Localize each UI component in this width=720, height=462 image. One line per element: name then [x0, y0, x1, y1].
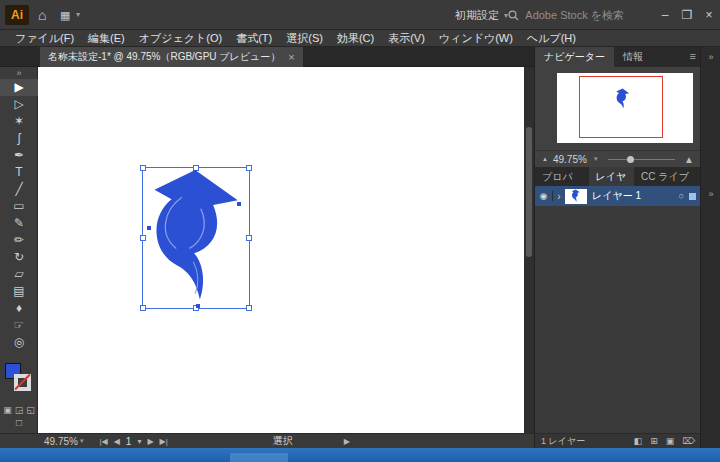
titlebar: Ai ⌂ ▦ ▾ 初期設定 ▾ Adobe Stock を検索 – ❐ × — [0, 0, 720, 30]
workspace-switcher[interactable]: 初期設定 ▾ — [455, 0, 508, 30]
document-statusbar: 49.75% ▾ |◀ ◀ 1 ▾ ▶ ▶| 選択 ▶ — [0, 433, 534, 448]
arrange-documents-icon[interactable]: ▦ — [60, 0, 70, 30]
tab-layers[interactable]: レイヤー — [589, 167, 634, 186]
prev-artboard-icon[interactable]: ◀ — [114, 437, 120, 446]
next-artboard-icon[interactable]: ▶ — [147, 437, 153, 446]
gradient-tool[interactable]: ▤ — [0, 283, 38, 300]
anchor-point[interactable] — [193, 170, 197, 174]
document-tabbar: 名称未設定-1* @ 49.75%（RGB/GPU プレビュー） × — [0, 47, 534, 67]
paintbrush-tool[interactable]: ✎ — [0, 215, 38, 232]
scrollbar-thumb[interactable] — [526, 127, 532, 257]
layer-thumbnail — [565, 189, 587, 204]
menu-window[interactable]: ウィンドウ(W) — [432, 30, 520, 47]
stock-search[interactable]: Adobe Stock を検索 — [508, 0, 624, 30]
zoom-out-mountain-icon[interactable]: ▲ — [542, 156, 548, 162]
panel-menu-icon[interactable]: ≡ — [690, 50, 696, 62]
screen-mode-button[interactable]: □ — [0, 417, 38, 428]
new-sublayer-icon[interactable]: ⊞ — [650, 436, 658, 446]
menu-view[interactable]: 表示(V) — [381, 30, 432, 47]
make-mask-icon[interactable]: ◧ — [634, 436, 643, 446]
illustrator-window: Ai ⌂ ▦ ▾ 初期設定 ▾ Adobe Stock を検索 – ❐ × ファ… — [0, 0, 720, 462]
rotate-tool[interactable]: ↻ — [0, 249, 38, 266]
tab-properties[interactable]: プロパティ — [535, 167, 589, 186]
tab-navigator[interactable]: ナビゲーター — [535, 47, 614, 67]
toolbar-collapse-icon[interactable]: » — [0, 67, 38, 79]
navigator-zoom-value[interactable]: 49.75% — [553, 154, 587, 165]
zoom-caret-icon[interactable]: ▾ — [80, 437, 84, 445]
zoom-level[interactable]: 49.75% — [44, 436, 78, 447]
status-flyout-icon[interactable]: ▶ — [344, 437, 350, 446]
selection-handle[interactable] — [140, 305, 146, 311]
menu-effect[interactable]: 効果(C) — [330, 30, 381, 47]
navigator-tab-row: ナビゲーター 情報 ≡ — [535, 47, 701, 67]
target-circle-icon[interactable]: ○ — [679, 191, 684, 201]
draw-normal-button[interactable]: ▣ — [3, 403, 12, 417]
expand-chevron-icon[interactable]: › — [553, 191, 565, 202]
line-segment-tool[interactable]: ╱ — [0, 181, 38, 198]
eyedropper-tool[interactable]: ♦ — [0, 300, 38, 317]
anchor-point[interactable] — [147, 226, 151, 230]
zoom-in-mountain-icon[interactable]: ▲ — [684, 154, 694, 165]
tab-cc-libraries[interactable]: CC ライブラリ — [634, 167, 701, 186]
layer-row[interactable]: ◉ › レイヤー 1 ○ — [535, 186, 701, 206]
new-layer-icon[interactable]: ▣ — [666, 436, 675, 446]
panel-tab-row: プロパティ レイヤー CC ライブラリ — [535, 167, 701, 186]
menu-edit[interactable]: 編集(E) — [81, 30, 132, 47]
type-tool[interactable]: T — [0, 164, 38, 181]
minimize-button[interactable]: – — [654, 0, 676, 30]
hand-tool[interactable]: ☞ — [0, 317, 38, 334]
lasso-tool[interactable]: ʃ — [0, 130, 38, 147]
canvas-vertical-scrollbar[interactable] — [524, 67, 534, 433]
selection-handle[interactable] — [140, 165, 146, 171]
tab-close-icon[interactable]: × — [288, 51, 294, 63]
home-icon[interactable]: ⌂ — [38, 0, 46, 30]
menu-help[interactable]: ヘルプ(H) — [520, 30, 583, 47]
first-artboard-icon[interactable]: |◀ — [99, 437, 107, 446]
menu-object[interactable]: オブジェクト(O) — [132, 30, 229, 47]
last-artboard-icon[interactable]: ▶| — [160, 437, 168, 446]
artboard-caret-icon[interactable]: ▾ — [137, 437, 141, 446]
navigator-zoom-caret-icon[interactable]: ▾ — [594, 155, 598, 163]
menu-file[interactable]: ファイル(F) — [8, 30, 81, 47]
zoom-slider-thumb[interactable] — [627, 156, 634, 163]
draw-inside-button[interactable]: ◱ — [26, 403, 35, 417]
selection-handle[interactable] — [246, 165, 252, 171]
arrange-documents-caret-icon[interactable]: ▾ — [76, 0, 80, 30]
navigator-panel — [535, 67, 701, 150]
selection-handle[interactable] — [140, 235, 146, 241]
artboard-number[interactable]: 1 — [126, 436, 132, 447]
anchor-point[interactable] — [196, 304, 200, 308]
selection-handle[interactable] — [246, 235, 252, 241]
pen-tool[interactable]: ✒ — [0, 147, 38, 164]
artboard-canvas[interactable] — [38, 67, 524, 433]
status-display: 選択 — [228, 434, 338, 448]
close-button[interactable]: × — [698, 0, 720, 30]
magic-wand-tool[interactable]: ✶ — [0, 113, 38, 130]
menu-select[interactable]: 選択(S) — [279, 30, 330, 47]
collapse-dock-icon[interactable]: » — [701, 189, 720, 199]
draw-behind-button[interactable]: ◲ — [15, 403, 24, 417]
pencil-tool[interactable]: ✏ — [0, 232, 38, 249]
document-tab[interactable]: 名称未設定-1* @ 49.75%（RGB/GPU プレビュー） × — [40, 47, 303, 67]
rectangle-tool[interactable]: ▭ — [0, 198, 38, 215]
navigator-thumbnail[interactable] — [557, 73, 693, 143]
menu-type[interactable]: 書式(T) — [229, 30, 279, 47]
collapse-dock-icon[interactable]: » — [701, 52, 720, 62]
selection-bounding-box[interactable] — [142, 167, 250, 309]
selected-art-indicator[interactable] — [689, 193, 696, 200]
direct-selection-tool[interactable]: ▷ — [0, 96, 38, 113]
selection-tool[interactable]: ▶ — [0, 79, 38, 96]
layers-panel: ◉ › レイヤー 1 ○ — [535, 186, 701, 433]
layer-name[interactable]: レイヤー 1 — [592, 189, 679, 203]
tab-info[interactable]: 情報 — [614, 47, 652, 67]
zoom-tool[interactable]: ◎ — [0, 334, 38, 351]
delete-layer-icon[interactable]: ⌦ — [682, 436, 695, 446]
navigator-arrow-preview — [615, 87, 631, 111]
visibility-eye-icon[interactable]: ◉ — [535, 191, 553, 201]
anchor-point[interactable] — [191, 256, 195, 260]
selection-handle[interactable] — [246, 305, 252, 311]
scale-tool[interactable]: ▱ — [0, 266, 38, 283]
maximize-button[interactable]: ❐ — [676, 0, 698, 30]
zoom-slider[interactable] — [608, 159, 675, 160]
anchor-point[interactable] — [237, 202, 241, 206]
